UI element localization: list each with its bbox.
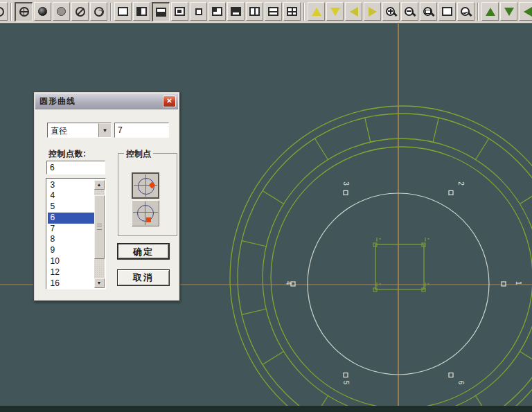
gear-spoke xyxy=(476,395,489,406)
square-small-icon xyxy=(195,8,202,15)
toolbar-button-zoom-in[interactable] xyxy=(382,2,400,21)
toolbar-separator xyxy=(10,3,12,21)
zoom-in-icon xyxy=(386,7,396,17)
toolbar-separator xyxy=(110,3,112,21)
gear-spoke xyxy=(433,118,438,142)
control-point-marker xyxy=(449,190,453,195)
control-point-count-list[interactable]: 3456789101216 ▲ ▼ xyxy=(46,178,106,289)
toolbar-button-square-bottom-dark[interactable] xyxy=(152,2,170,21)
toolbar-button-grid-window[interactable] xyxy=(283,2,301,21)
list-item[interactable]: 4 xyxy=(48,190,94,201)
control-point-label: 4 xyxy=(285,281,292,285)
chevron-down-icon[interactable]: ▼ xyxy=(98,123,111,137)
tri-left-green-icon xyxy=(524,7,532,17)
gear-ring xyxy=(271,147,532,406)
ok-button[interactable]: 确定 xyxy=(117,243,170,260)
toolbar-button-square-empty-2[interactable] xyxy=(438,2,456,21)
thumb-grip-icon xyxy=(97,224,102,230)
circle-slash-icon xyxy=(76,7,85,17)
toolbar-button-circle-gray[interactable] xyxy=(53,2,70,21)
list-item[interactable]: 6 xyxy=(48,213,94,224)
circle-arc-icon xyxy=(94,7,104,17)
toolbar-button-square-filled[interactable] xyxy=(227,2,245,21)
control-point-label: 2 xyxy=(457,181,465,186)
control-point-label: 6 xyxy=(457,381,465,385)
tri-down-yellow-icon xyxy=(330,8,340,16)
scroll-down-icon[interactable]: ▼ xyxy=(94,278,105,288)
control-point-between-quadrant-button[interactable] xyxy=(132,200,159,226)
control-point-on-quadrant-button[interactable] xyxy=(132,172,159,199)
toolbar-button-square-empty[interactable] xyxy=(114,2,132,21)
control-point-label: 1 xyxy=(515,281,522,285)
control-point-marker xyxy=(344,373,348,377)
square-bottom-dark-icon xyxy=(156,8,166,17)
circle-outline-clip-icon xyxy=(0,7,4,17)
toolbar-button-tri-down-yellow[interactable] xyxy=(326,2,344,21)
toolbar-separator xyxy=(477,3,479,21)
toolbar-separator xyxy=(303,3,305,21)
list-item[interactable]: 16 xyxy=(48,278,94,289)
circle-filled-icon xyxy=(38,7,47,16)
gear-ring xyxy=(238,114,532,406)
gear-spoke xyxy=(314,138,328,160)
control-point-label: 3 xyxy=(342,181,350,186)
toolbar-button-square-small[interactable] xyxy=(190,2,207,21)
gear-spoke xyxy=(520,352,532,365)
scroll-up-icon[interactable]: ▲ xyxy=(94,180,105,190)
toolbar-button-tri-right-yellow[interactable] xyxy=(364,2,381,21)
circular-curve-dialog: 圆形曲线 ✕ 直径 ▼ 7 控制点数: 6 3456789101216 ▲ ▼ … xyxy=(33,91,180,301)
list-item[interactable]: 12 xyxy=(48,267,94,278)
list-item[interactable]: 5 xyxy=(48,201,94,213)
toolbar-button-circle-arc[interactable] xyxy=(90,2,107,21)
control-point-marker xyxy=(502,282,506,286)
close-icon[interactable]: ✕ xyxy=(163,96,176,107)
gear-spoke xyxy=(520,190,532,204)
gear-spoke xyxy=(365,118,371,142)
list-scrollbar[interactable]: ▲ ▼ xyxy=(94,180,105,288)
square-bottomleft-dark-icon xyxy=(212,7,222,16)
toolbar-button-tri-down-green[interactable] xyxy=(500,2,517,21)
gear-spoke xyxy=(263,352,284,365)
toolbar-button-zoom-out[interactable] xyxy=(401,2,418,21)
toolbar-button-square-left-dark[interactable] xyxy=(133,2,150,21)
diameter-dropdown-value: 直径 xyxy=(48,123,98,137)
list-item[interactable]: 9 xyxy=(48,245,94,256)
tri-up-yellow-icon xyxy=(312,8,321,16)
toolbar-button-circle-slash[interactable] xyxy=(71,2,89,21)
square-center-dark-icon xyxy=(175,7,185,16)
toolbar-button-circle-crosshair[interactable] xyxy=(15,2,33,21)
toolbar-button-square-center-dark[interactable] xyxy=(171,2,188,21)
toolbar-button-tri-up-yellow[interactable] xyxy=(308,2,325,21)
point-circle-icon xyxy=(137,205,154,222)
square-empty-2-icon xyxy=(442,7,452,16)
toolbar-button-tri-up-green[interactable] xyxy=(481,2,499,21)
list-item[interactable]: 7 xyxy=(48,224,94,235)
center-rectangle xyxy=(375,244,424,289)
diameter-value-input[interactable]: 7 xyxy=(114,123,169,138)
dialog-titlebar[interactable]: 圆形曲线 ✕ xyxy=(35,93,178,109)
list-item[interactable]: 8 xyxy=(48,234,94,245)
toolbar-button-zoom-dynamic[interactable] xyxy=(457,2,475,21)
toolbar-button-square-hsplit[interactable] xyxy=(265,2,282,21)
scrollbar-thumb[interactable] xyxy=(94,195,105,259)
control-point-count-input[interactable]: 6 xyxy=(46,161,105,174)
tri-right-yellow-icon xyxy=(369,7,377,17)
control-point-group: 控制点 xyxy=(118,153,177,236)
control-point-marker xyxy=(344,190,348,195)
toolbar-button-zoom-window[interactable] xyxy=(420,2,437,21)
circle-crosshair-icon xyxy=(19,7,29,17)
toolbar-button-square-bottomleft-dark[interactable] xyxy=(209,2,226,21)
list-item[interactable]: 3 xyxy=(48,180,94,191)
bottom-edge xyxy=(0,406,532,412)
toolbar-button-tri-left-yellow[interactable] xyxy=(345,2,362,21)
toolbar-button-circle-outline-clip[interactable] xyxy=(0,2,8,21)
toolbar-button-circle-filled[interactable] xyxy=(34,2,51,21)
diameter-dropdown[interactable]: 直径 ▼ xyxy=(47,123,112,138)
cancel-button[interactable]: 取消 xyxy=(117,269,170,286)
toolbar-button-tri-left-green[interactable] xyxy=(519,2,532,21)
square-left-dark-icon xyxy=(136,7,147,16)
square-vsplit-icon xyxy=(249,7,260,16)
gear-spoke xyxy=(476,138,489,160)
list-item[interactable]: 10 xyxy=(48,256,94,267)
toolbar-button-square-vsplit[interactable] xyxy=(246,2,263,21)
